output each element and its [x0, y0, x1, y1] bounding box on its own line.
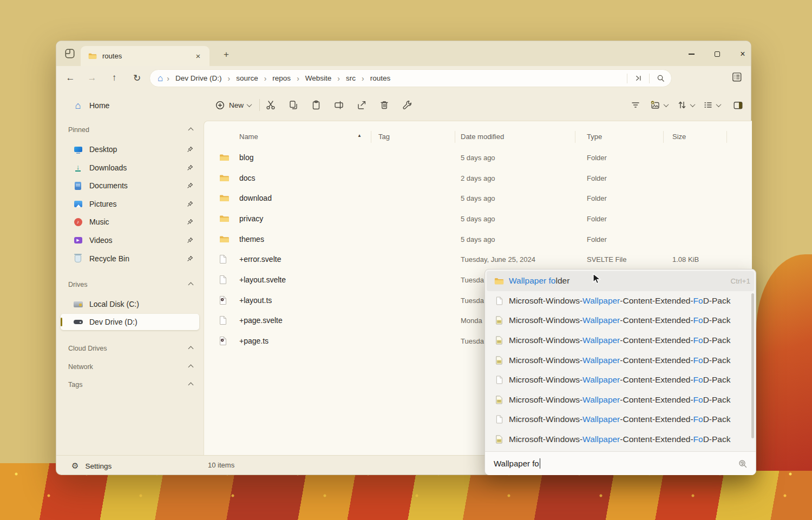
- rename-icon[interactable]: [329, 96, 349, 114]
- new-button[interactable]: New: [209, 96, 257, 114]
- package-file-icon: [494, 396, 505, 404]
- typescript-file-icon: [219, 337, 227, 346]
- copy-icon[interactable]: [283, 96, 304, 114]
- palette-result-item[interactable]: Microsoft-Windows-Wallpaper-Content-Exte…: [485, 410, 756, 430]
- breadcrumb-source[interactable]: source: [234, 74, 260, 82]
- close-button[interactable]: ×: [735, 47, 751, 61]
- palette-search-input[interactable]: Wallpaper fo: [485, 452, 756, 475]
- pin-icon: [186, 255, 194, 262]
- palette-result-item[interactable]: Microsoft-Windows-Wallpaper-Content-Exte…: [485, 291, 756, 311]
- breadcrumb-website[interactable]: Website: [303, 74, 334, 82]
- sidebar-toggle-icon[interactable]: [64, 48, 76, 60]
- recycle-bin-icon: [73, 255, 83, 262]
- section-header-pinned[interactable]: Pinned: [68, 123, 193, 136]
- folder-icon: [219, 235, 230, 243]
- column-header-type[interactable]: Type: [587, 126, 602, 147]
- section-header-cloud-drives[interactable]: Cloud Drives: [68, 342, 193, 355]
- column-header-tag[interactable]: Tag: [378, 126, 390, 147]
- settings-label: Settings: [85, 462, 112, 470]
- maximize-button[interactable]: [709, 47, 725, 61]
- sidebar-item-recycle-bin[interactable]: Recycle Bin: [61, 251, 199, 267]
- file-icon: [219, 255, 227, 264]
- search-everywhere-icon[interactable]: [737, 458, 748, 469]
- breadcrumb[interactable]: ⌂ › Dev Drive (D:) › source › repos › We…: [149, 69, 672, 87]
- column-header-date-modified[interactable]: Date modified: [461, 126, 504, 147]
- palette-result-item[interactable]: Microsoft-Windows-Wallpaper-Content-Exte…: [485, 370, 756, 390]
- palette-result-item[interactable]: Microsoft-Windows-Wallpaper-Content-Exte…: [485, 350, 756, 370]
- delete-icon[interactable]: [374, 96, 395, 114]
- column-divider[interactable]: [371, 131, 371, 143]
- section-header-tags[interactable]: Tags: [68, 378, 193, 391]
- preview-pane-icon[interactable]: [728, 96, 748, 114]
- folder-icon: [88, 52, 97, 60]
- file-icon: [494, 297, 505, 305]
- share-icon[interactable]: [351, 96, 372, 114]
- palette-result-wallpaper-folder[interactable]: Wallpaper folder Ctrl+1: [487, 271, 754, 291]
- desktop-wallpaper: routes × + × ← → ↑ ↻ ⌂ › Dev Drive (D:) …: [0, 0, 812, 520]
- cut-icon[interactable]: [260, 96, 281, 114]
- sidebar-item-label: Desktop: [89, 145, 186, 154]
- palette-result-item[interactable]: Microsoft-Windows-Wallpaper-Content-Exte…: [485, 390, 756, 410]
- wrench-icon[interactable]: [397, 96, 417, 114]
- chevron-down-icon: [690, 102, 696, 107]
- details-pane-icon[interactable]: [731, 71, 745, 85]
- forward-button[interactable]: →: [83, 69, 101, 87]
- file-date: Tuesday, June 25, 2024: [461, 255, 535, 264]
- sidebar-item-home[interactable]: ⌂ Home: [61, 97, 199, 114]
- image-options-button[interactable]: [646, 96, 671, 114]
- home-icon[interactable]: ⌂: [158, 74, 163, 83]
- package-file-icon: [494, 356, 505, 365]
- selection-accent-bar: [61, 318, 62, 326]
- new-button-label: New: [229, 101, 244, 109]
- filter-icon[interactable]: [625, 96, 646, 114]
- column-divider[interactable]: [663, 131, 664, 143]
- sidebar-item-label: Pictures: [89, 200, 186, 208]
- sidebar-item-desktop[interactable]: Desktop: [61, 141, 199, 157]
- sidebar-item-videos[interactable]: ▶ Videos: [61, 232, 199, 248]
- section-header-network[interactable]: Network: [68, 360, 193, 373]
- file-row-download[interactable]: download 5 days ago Folder: [204, 188, 750, 208]
- file-date: Monda: [461, 317, 482, 325]
- sidebar-item-pictures[interactable]: Pictures: [61, 196, 199, 212]
- breadcrumb-src[interactable]: src: [344, 74, 358, 82]
- sidebar-item-documents[interactable]: Documents: [61, 177, 199, 194]
- file-icon: [219, 275, 227, 285]
- palette-result-item[interactable]: Microsoft-Windows-Wallpaper-Content-Exte…: [485, 430, 756, 450]
- palette-result-item[interactable]: Microsoft-Windows-Wallpaper-Content-Exte…: [485, 311, 756, 331]
- section-header-drives[interactable]: Drives: [68, 278, 193, 291]
- back-button[interactable]: ←: [62, 69, 79, 87]
- paste-icon[interactable]: [306, 96, 326, 114]
- file-row-docs[interactable]: docs 2 days ago Folder: [204, 168, 750, 188]
- view-button[interactable]: [699, 96, 724, 114]
- search-icon[interactable]: [650, 70, 671, 87]
- file-row-blog[interactable]: blog 5 days ago Folder: [204, 147, 750, 168]
- breadcrumb-repos[interactable]: repos: [270, 74, 293, 82]
- jump-to-end-icon[interactable]: [627, 70, 649, 87]
- file-row-privacy[interactable]: privacy 5 days ago Folder: [204, 208, 750, 229]
- column-divider[interactable]: [726, 131, 727, 143]
- file-row-error-svelte[interactable]: +error.svelte Tuesday, June 25, 2024 SVE…: [204, 249, 750, 270]
- up-button[interactable]: ↑: [106, 69, 123, 87]
- new-tab-button[interactable]: +: [220, 49, 233, 61]
- scrollbar-thumb[interactable]: [751, 293, 754, 438]
- tab-close-icon[interactable]: ×: [192, 50, 204, 62]
- sidebar-item-dev-drive-d[interactable]: Dev Drive (D:): [61, 314, 199, 330]
- tab-routes[interactable]: routes ×: [81, 46, 209, 66]
- column-divider[interactable]: [455, 131, 455, 143]
- column-header-name[interactable]: Name: [239, 126, 258, 147]
- sort-button[interactable]: [673, 96, 698, 114]
- file-icon: [219, 316, 227, 325]
- breadcrumb-drive[interactable]: Dev Drive (D:): [173, 74, 224, 82]
- column-header-size[interactable]: Size: [672, 126, 686, 147]
- settings-button[interactable]: ⚙ Settings: [66, 458, 117, 473]
- sidebar-item-downloads[interactable]: ↓ Downloads: [61, 160, 199, 176]
- refresh-button[interactable]: ↻: [128, 69, 146, 87]
- folder-icon: [219, 194, 230, 202]
- minimize-button[interactable]: [683, 47, 699, 61]
- file-row-themes[interactable]: themes 5 days ago Folder: [204, 229, 750, 249]
- sidebar-item-music[interactable]: ♪ Music: [61, 214, 199, 230]
- breadcrumb-routes[interactable]: routes: [368, 74, 393, 82]
- column-divider[interactable]: [575, 131, 575, 143]
- palette-result-item[interactable]: Microsoft-Windows-Wallpaper-Content-Exte…: [485, 331, 756, 351]
- sidebar-item-local-disk-c[interactable]: Local Disk (C:): [61, 296, 199, 312]
